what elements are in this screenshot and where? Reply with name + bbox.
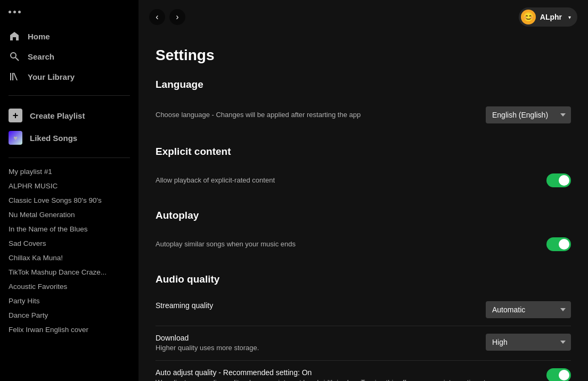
search-icon bbox=[9, 51, 20, 62]
home-icon bbox=[9, 30, 20, 42]
list-item[interactable]: In the Name of the Blues bbox=[0, 222, 138, 236]
language-row: Choose language - Changes will be applie… bbox=[156, 99, 571, 131]
language-section: Language Choose language - Changes will … bbox=[156, 79, 571, 131]
search-label: Search bbox=[28, 52, 54, 61]
list-item[interactable]: Classic Love Songs 80's 90's bbox=[0, 193, 138, 208]
autoplay-section: Autoplay Autoplay similar songs when you… bbox=[156, 210, 571, 259]
avatar: 😊 bbox=[521, 10, 536, 24]
library-label: Your Library bbox=[28, 72, 75, 81]
explicit-content-row: Allow playback of explicit-rated content bbox=[156, 166, 571, 195]
download-quality-row: Download Higher quality uses more storag… bbox=[156, 326, 571, 361]
user-name-label: ALphr bbox=[540, 13, 562, 21]
dot-1 bbox=[9, 11, 11, 13]
sidebar-item-library[interactable]: Your Library bbox=[0, 67, 138, 87]
explicit-content-toggle[interactable] bbox=[546, 173, 571, 187]
auto-adjust-row: Auto adjust quality - Recommended settin… bbox=[156, 361, 571, 381]
autoplay-info: Autoplay similar songs when your music e… bbox=[156, 239, 546, 249]
autoplay-row: Autoplay similar songs when your music e… bbox=[156, 230, 571, 259]
forward-button[interactable]: › bbox=[169, 9, 185, 25]
page-title: Settings bbox=[156, 47, 571, 64]
language-info: Choose language - Changes will be applie… bbox=[156, 110, 486, 120]
download-quality-description: Higher quality uses more storage. bbox=[156, 343, 464, 353]
user-area[interactable]: 😊 ALphr ▾ bbox=[519, 7, 577, 27]
create-playlist-label: Create Playlist bbox=[30, 111, 85, 120]
autoplay-description: Autoplay similar songs when your music e… bbox=[156, 239, 525, 249]
sidebar-divider-2 bbox=[9, 158, 130, 158]
list-item[interactable]: Acoustic Favorites bbox=[0, 279, 138, 294]
explicit-content-section: Explicit content Allow playback of expli… bbox=[156, 146, 571, 195]
create-playlist-icon: + bbox=[9, 109, 22, 122]
explicit-content-info: Allow playback of explicit-rated content bbox=[156, 176, 546, 185]
download-quality-dropdown[interactable]: Low Normal High Very High bbox=[486, 334, 571, 351]
list-item[interactable]: My playlist #1 bbox=[0, 164, 138, 179]
settings-container: Settings Language Choose language - Chan… bbox=[138, 34, 588, 381]
app-container: Home Search bbox=[0, 0, 588, 381]
sidebar-item-search[interactable]: Search bbox=[0, 46, 138, 67]
svg-line-1 bbox=[15, 57, 19, 61]
autoplay-slider bbox=[546, 237, 571, 251]
sidebar-actions: + Create Playlist ♥ Liked Songs bbox=[0, 100, 138, 153]
dots-menu[interactable] bbox=[9, 9, 130, 18]
liked-songs-icon: ♥ bbox=[9, 131, 22, 145]
list-item[interactable]: ALPHR MUSIC bbox=[0, 179, 138, 193]
audio-quality-section: Audio quality Streaming quality Automati… bbox=[156, 274, 571, 381]
create-playlist-item[interactable]: + Create Playlist bbox=[0, 104, 138, 127]
svg-rect-3 bbox=[12, 73, 13, 80]
auto-adjust-description: We adjust your audio quality when your i… bbox=[156, 378, 525, 381]
language-section-title: Language bbox=[156, 79, 571, 90]
list-item[interactable]: Party Hits bbox=[0, 294, 138, 308]
streaming-quality-dropdown[interactable]: Automatic Low Normal High Very High bbox=[486, 301, 571, 318]
download-quality-label: Download bbox=[156, 334, 464, 342]
streaming-quality-row: Streaming quality Automatic Low Normal H… bbox=[156, 294, 571, 326]
audio-quality-title: Audio quality bbox=[156, 274, 571, 285]
back-button[interactable]: ‹ bbox=[149, 9, 165, 25]
list-item[interactable]: TikTok Mashup Dance Craze... bbox=[0, 265, 138, 279]
sidebar: Home Search bbox=[0, 0, 138, 381]
language-description: Choose language - Changes will be applie… bbox=[156, 110, 464, 120]
dot-2 bbox=[13, 11, 16, 13]
explicit-content-slider bbox=[546, 173, 571, 187]
list-item[interactable]: Nu Metal Generation bbox=[0, 208, 138, 222]
list-item[interactable]: Felix Irwan English cover bbox=[0, 322, 138, 337]
auto-adjust-slider bbox=[546, 368, 571, 381]
playlist-list: My playlist #1 ALPHR MUSIC Classic Love … bbox=[0, 162, 138, 381]
streaming-quality-label: Streaming quality bbox=[156, 301, 464, 310]
explicit-content-description: Allow playback of explicit-rated content bbox=[156, 176, 525, 185]
svg-rect-2 bbox=[10, 73, 11, 80]
home-label: Home bbox=[28, 32, 50, 41]
svg-point-0 bbox=[11, 53, 16, 58]
list-item[interactable]: Dance Party bbox=[0, 308, 138, 322]
auto-adjust-label: Auto adjust quality - Recommended settin… bbox=[156, 368, 525, 377]
topbar: ‹ › 😊 ALphr ▾ bbox=[138, 0, 588, 34]
explicit-content-title: Explicit content bbox=[156, 146, 571, 158]
library-icon bbox=[9, 71, 20, 82]
sidebar-top bbox=[0, 0, 138, 22]
liked-songs-label: Liked Songs bbox=[30, 134, 77, 143]
language-dropdown[interactable]: English (English) bbox=[486, 106, 571, 123]
auto-adjust-info: Auto adjust quality - Recommended settin… bbox=[156, 368, 546, 381]
download-quality-info: Download Higher quality uses more storag… bbox=[156, 334, 486, 353]
chevron-down-icon: ▾ bbox=[568, 14, 571, 20]
list-item[interactable]: Sad Covers bbox=[0, 236, 138, 251]
sidebar-divider bbox=[9, 95, 130, 96]
streaming-quality-info: Streaming quality bbox=[156, 301, 486, 311]
liked-songs-item[interactable]: ♥ Liked Songs bbox=[0, 127, 138, 149]
autoplay-title: Autoplay bbox=[156, 210, 571, 221]
topbar-nav: ‹ › bbox=[149, 9, 185, 25]
sidebar-nav: Home Search bbox=[0, 22, 138, 91]
autoplay-toggle[interactable] bbox=[546, 237, 571, 251]
list-item[interactable]: Chillax Ka Muna! bbox=[0, 251, 138, 265]
dot-3 bbox=[18, 11, 21, 13]
sidebar-item-home[interactable]: Home bbox=[0, 26, 138, 46]
auto-adjust-toggle[interactable] bbox=[546, 368, 571, 381]
main-content: ‹ › 😊 ALphr ▾ Settings Language Choose l… bbox=[138, 0, 588, 381]
